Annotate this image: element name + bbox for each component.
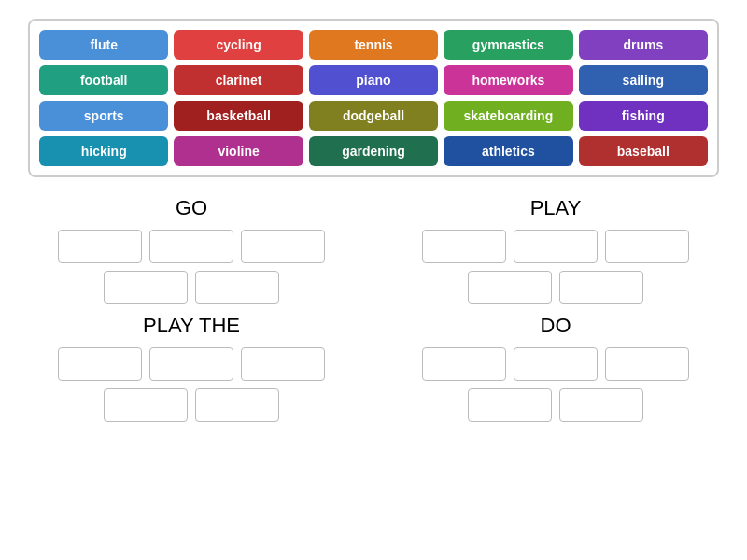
play-drop-1[interactable] [422,230,506,263]
do-row-1 [422,347,689,381]
tile-gymnastics[interactable]: gymnastics [444,30,572,60]
category-go-title: GO [176,196,207,220]
play-drop-5[interactable] [559,271,643,304]
do-row-2 [468,388,643,422]
play-row-2 [468,271,643,304]
tile-homeworks[interactable]: homeworks [444,65,572,95]
tile-flute[interactable]: flute [39,30,168,60]
play-row-1 [422,230,689,263]
go-row-2 [104,271,279,304]
do-drop-3[interactable] [605,347,689,381]
playthe-row-1 [58,347,325,381]
tile-gardening[interactable]: gardening [309,136,438,166]
tile-piano[interactable]: piano [309,65,438,95]
go-drop-1[interactable] [58,230,142,263]
tile-sports[interactable]: sports [39,101,168,131]
tile-clarinet[interactable]: clarinet [174,65,303,95]
go-row-1 [58,230,325,263]
tile-cycling[interactable]: cycling [174,30,303,60]
do-drop-5[interactable] [559,388,643,422]
category-do-drops [422,347,689,422]
go-drop-4[interactable] [104,271,188,304]
play-drop-3[interactable] [605,230,689,263]
category-playthe-title: PLAY THE [143,314,240,338]
do-drop-2[interactable] [514,347,598,381]
tile-athletics[interactable]: athletics [444,136,572,166]
category-play-drops [422,230,689,304]
category-play-title: PLAY [530,196,582,220]
playthe-drop-2[interactable] [149,347,233,381]
category-go-drops [58,230,325,304]
tile-dodgeball[interactable]: dodgeball [309,101,438,131]
do-drop-4[interactable] [468,388,552,422]
tile-tennis[interactable]: tennis [309,30,438,60]
category-playthe: PLAY THE [28,314,355,422]
do-drop-1[interactable] [422,347,506,381]
playthe-drop-3[interactable] [241,347,325,381]
playthe-drop-1[interactable] [58,347,142,381]
page: flutecyclingtennisgymnasticsdrumsfootbal… [0,0,747,441]
go-drop-2[interactable] [149,230,233,263]
playthe-drop-5[interactable] [195,388,279,422]
tile-violine[interactable]: violine [174,136,303,166]
go-drop-3[interactable] [241,230,325,263]
tile-sailing[interactable]: sailing [579,65,708,95]
category-go: GO [28,196,355,304]
playthe-row-2 [104,388,279,422]
tile-basketball[interactable]: basketball [174,101,303,131]
tile-football[interactable]: football [39,65,168,95]
play-drop-2[interactable] [514,230,598,263]
tile-hicking[interactable]: hicking [39,136,168,166]
tile-drums[interactable]: drums [579,30,708,60]
category-do: DO [392,314,719,422]
categories: GO PLAY [28,196,719,422]
playthe-drop-4[interactable] [104,388,188,422]
word-bank: flutecyclingtennisgymnasticsdrumsfootbal… [28,19,719,177]
play-drop-4[interactable] [468,271,552,304]
category-do-title: DO [541,314,571,338]
tile-skateboarding[interactable]: skateboarding [444,101,572,131]
category-play: PLAY [392,196,719,304]
tile-fishing[interactable]: fishing [579,101,708,131]
tile-baseball[interactable]: baseball [579,136,708,166]
go-drop-5[interactable] [195,271,279,304]
category-playthe-drops [58,347,325,422]
